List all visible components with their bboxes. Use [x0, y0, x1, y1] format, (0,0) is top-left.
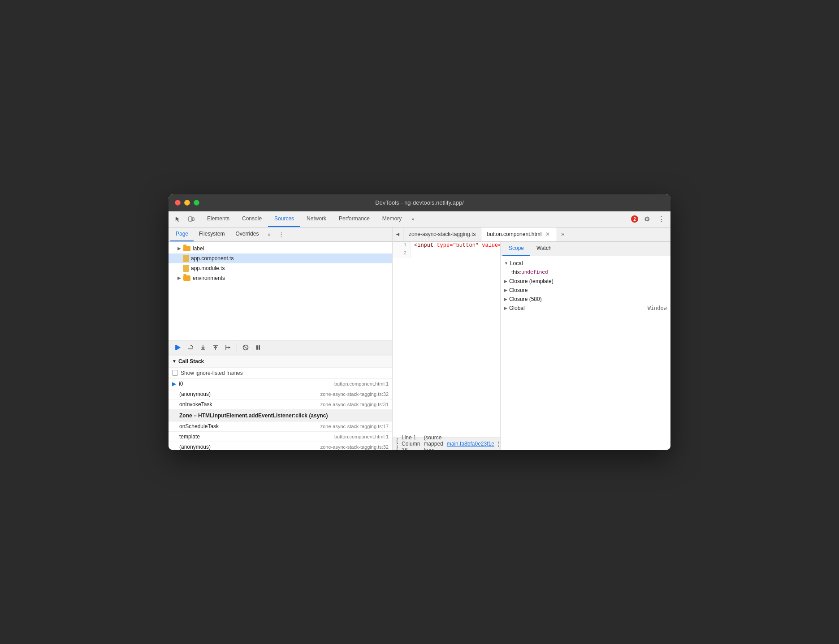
stack-frame-anonymous2[interactable]: (anonymous) zone-async-stack-tagging.ts:…	[169, 442, 392, 450]
scope-tab-watch[interactable]: Watch	[530, 242, 558, 256]
sub-tab-filesystem[interactable]: Filesystem	[194, 228, 230, 241]
ignore-frames-row: Show ignore-listed frames	[169, 368, 392, 379]
source-tab-more[interactable]: »	[557, 228, 568, 241]
error-badge[interactable]: 2	[631, 215, 638, 223]
scope-row-this[interactable]: this: undefined	[508, 268, 670, 277]
source-tab-button-component-name: button.component.html	[487, 231, 541, 237]
scope-key-closure-template: Closure (template)	[509, 278, 554, 284]
tree-item-label-text: label	[193, 245, 204, 252]
debug-stepout-btn[interactable]	[210, 342, 221, 353]
source-tab-button-component[interactable]: button.component.html ✕	[481, 228, 557, 241]
maximize-button[interactable]	[194, 200, 199, 206]
source-tab-zone-async[interactable]: zone-async-stack-tagging.ts	[403, 228, 481, 241]
frame-name-i0: i0	[179, 381, 334, 387]
toolbar-right: 2 ⚙ ⋮	[631, 213, 667, 225]
code-line-2: 2	[393, 250, 500, 258]
scope-row-closure-template[interactable]: ▶ Closure (template)	[501, 277, 670, 286]
scope-tabs: Scope Watch	[501, 242, 670, 256]
traffic-lights	[175, 200, 199, 206]
more-options-button[interactable]: ⋮	[655, 213, 667, 225]
status-sourcemap-link[interactable]: main.fa8bfa0e23f1e	[447, 441, 494, 447]
close-button[interactable]	[175, 200, 181, 206]
tab-performance[interactable]: Performance	[333, 211, 376, 227]
ignore-frames-checkbox[interactable]	[172, 370, 178, 376]
tree-arrow-label: ▶	[176, 245, 183, 252]
scope-row-closure-580[interactable]: ▶ Closure (580)	[501, 295, 670, 304]
cursor-icon-btn[interactable]	[172, 213, 184, 225]
sub-tab-page[interactable]: Page	[170, 228, 194, 241]
settings-button[interactable]: ⚙	[641, 213, 653, 225]
frame-name-template: template	[179, 434, 334, 440]
frame-location-template: button.component.html:1	[334, 434, 389, 439]
stack-frame-i0[interactable]: ▶ i0 button.component.html:1	[169, 379, 392, 389]
scope-content: ▼ Local this: undefined ▶ Closure (templ…	[501, 256, 670, 450]
tree-item-label[interactable]: ▶ label	[169, 244, 392, 253]
source-tab-close-btn[interactable]: ✕	[544, 231, 551, 238]
debug-pause-btn[interactable]	[252, 342, 264, 353]
ignore-frames-label: Show ignore-listed frames	[181, 370, 243, 376]
tree-item-app-component[interactable]: app.component.ts	[169, 253, 392, 263]
scope-row-global[interactable]: ▶ Global Window	[501, 304, 670, 313]
tab-sources[interactable]: Sources	[268, 211, 300, 227]
stack-arrow-i0: ▶	[172, 381, 176, 387]
minimize-button[interactable]	[184, 200, 190, 206]
main-tab-bar: Elements Console Sources Network Perform…	[201, 211, 631, 227]
toolbar-icons	[172, 213, 201, 225]
tree-item-app-module[interactable]: app.module.ts	[169, 263, 392, 273]
folder-icon-label	[183, 245, 191, 252]
scope-key-local: Local	[510, 260, 523, 266]
stack-frame-template[interactable]: template button.component.html:1	[169, 432, 392, 442]
frame-name-anonymous2: (anonymous)	[179, 444, 320, 450]
status-sourcemap-end: )	[498, 441, 500, 447]
source-tab-nav-left[interactable]: ◄	[393, 228, 403, 241]
error-circle: 2	[631, 215, 638, 223]
titlebar: DevTools - ng-devtools.netlify.app/	[169, 194, 670, 211]
line-number-2: 2	[393, 250, 411, 258]
scope-key-closure: Closure	[509, 287, 528, 293]
scope-row-local[interactable]: ▼ Local	[501, 259, 670, 268]
debug-resume-btn[interactable]	[172, 342, 184, 353]
format-icon: { }	[396, 438, 398, 450]
code-editor[interactable]: 1 <input type="button" value={{label}} (…	[393, 242, 500, 438]
stack-frame-oninvoketask1[interactable]: onInvokeTask zone-async-stack-tagging.ts…	[169, 399, 392, 410]
tab-elements[interactable]: Elements	[201, 211, 236, 227]
frame-name-oninvoketask1: onInvokeTask	[179, 401, 320, 408]
debug-step-btn[interactable]	[222, 342, 234, 353]
sub-tab-overrides[interactable]: Overrides	[230, 228, 264, 241]
line-content-2[interactable]	[411, 250, 500, 258]
svg-rect-14	[259, 345, 260, 350]
format-btn[interactable]: { }	[396, 439, 398, 449]
tree-item-environments[interactable]: ▶ environments	[169, 273, 392, 283]
stack-frame-onscheduletask1[interactable]: onScheduleTask zone-async-stack-tagging.…	[169, 421, 392, 432]
frame-location-anonymous1: zone-async-stack-tagging.ts:32	[320, 391, 389, 397]
frame-location-i0: button.component.html:1	[334, 381, 389, 386]
folder-icon-environments	[183, 275, 191, 281]
stack-frame-anonymous1[interactable]: (anonymous) zone-async-stack-tagging.ts:…	[169, 389, 392, 399]
scope-tab-scope[interactable]: Scope	[502, 242, 530, 256]
file-icon-app-module	[183, 265, 189, 272]
code-line-1: 1 <input type="button" value={{label}} (…	[393, 242, 500, 250]
debug-deactivate-btn[interactable]	[240, 342, 251, 353]
sub-tab-more[interactable]: »	[264, 232, 274, 237]
debug-stepinto-btn[interactable]	[197, 342, 209, 353]
svg-rect-1	[192, 218, 194, 221]
debug-stepover-btn[interactable]	[185, 342, 196, 353]
scope-row-closure[interactable]: ▶ Closure	[501, 286, 670, 295]
frame-name-onscheduletask1: onScheduleTask	[179, 423, 320, 429]
line-content-1[interactable]: <input type="button" value={{label}} (cl…	[411, 242, 500, 250]
device-toggle-btn[interactable]	[186, 213, 197, 225]
status-line-col: Line 1, Column 38	[402, 434, 420, 450]
call-stack-header[interactable]: ▼ Call Stack	[169, 356, 392, 368]
frame-location-anonymous2: zone-async-stack-tagging.ts:32	[320, 444, 389, 450]
svg-rect-3	[175, 345, 176, 350]
sub-tab-menu[interactable]: ⋮	[276, 229, 287, 240]
tab-memory[interactable]: Memory	[376, 211, 408, 227]
call-stack-arrow: ▼	[172, 359, 177, 364]
tab-console[interactable]: Console	[236, 211, 268, 227]
tab-network[interactable]: Network	[300, 211, 333, 227]
devtools-window: DevTools - ng-devtools.netlify.app/	[169, 194, 670, 450]
call-stack-title: Call Stack	[178, 358, 204, 365]
scope-value-this: undefined	[521, 269, 548, 275]
tab-more[interactable]: »	[408, 211, 418, 227]
status-sourcemap-text: (source mapped from	[424, 434, 443, 450]
